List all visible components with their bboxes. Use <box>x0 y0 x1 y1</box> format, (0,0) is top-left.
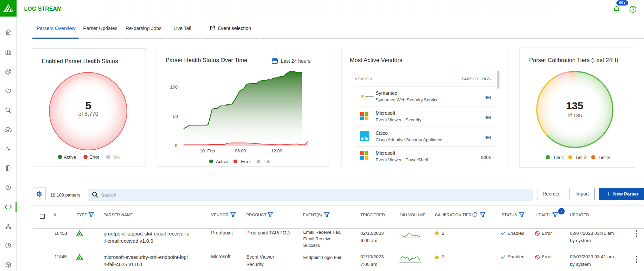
svg-text:12:00: 12:00 <box>271 148 283 153</box>
svg-text:Error: Error <box>241 159 251 164</box>
svg-text:0: 0 <box>175 143 177 148</box>
svg-text:Last 24 hours: Last 24 hours <box>281 58 310 64</box>
svg-text:Idle: Idle <box>264 159 271 164</box>
svg-text:10. Feb: 10. Feb <box>200 148 215 153</box>
svg-text:50: 50 <box>173 114 178 119</box>
svg-text:06:00: 06:00 <box>235 148 246 153</box>
svg-text:100: 100 <box>170 84 178 90</box>
svg-text:Active: Active <box>216 159 228 164</box>
